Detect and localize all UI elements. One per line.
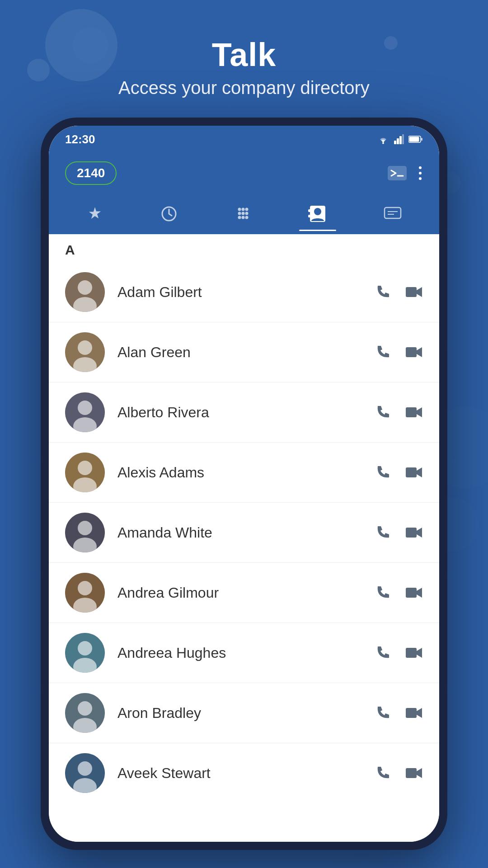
call-icon[interactable]	[375, 464, 391, 481]
video-icon[interactable]	[405, 705, 423, 721]
svg-point-39	[78, 401, 92, 415]
contact-name: Alexis Adams	[117, 464, 375, 481]
video-icon[interactable]	[405, 284, 423, 300]
avatar	[65, 513, 105, 552]
svg-point-17	[238, 212, 241, 215]
terminal-icon[interactable]	[388, 166, 407, 180]
svg-rect-33	[406, 287, 417, 297]
avatar	[65, 392, 105, 432]
tab-messages[interactable]	[374, 200, 411, 227]
svg-point-0	[382, 142, 384, 144]
svg-point-31	[78, 280, 92, 295]
video-icon[interactable]	[405, 464, 423, 481]
contact-row[interactable]: Alan Green	[49, 322, 439, 382]
contact-row[interactable]: Andreea Hughes	[49, 623, 439, 683]
recent-icon	[160, 205, 178, 223]
contact-actions	[375, 524, 423, 541]
status-icons	[377, 134, 423, 144]
messages-icon	[383, 205, 402, 223]
svg-rect-61	[406, 708, 417, 718]
contact-row[interactable]: Amanda White	[49, 503, 439, 563]
svg-point-21	[242, 216, 245, 219]
call-icon[interactable]	[375, 705, 391, 721]
contact-row[interactable]: Aron Bradley	[49, 683, 439, 743]
avatar	[65, 272, 105, 312]
svg-point-43	[78, 461, 92, 475]
svg-point-51	[78, 581, 92, 595]
app-title: Talk	[0, 36, 488, 73]
call-icon[interactable]	[375, 524, 391, 541]
tab-recent[interactable]	[151, 200, 187, 227]
app-bar: 2140	[49, 153, 439, 193]
app-subtitle: Access your company directory	[0, 78, 488, 98]
svg-rect-53	[406, 588, 417, 598]
call-icon[interactable]	[375, 645, 391, 661]
contact-actions	[375, 765, 423, 781]
tab-favorites[interactable]	[77, 200, 113, 227]
call-icon[interactable]	[375, 585, 391, 601]
svg-point-15	[242, 208, 245, 211]
avatar	[65, 693, 105, 733]
video-icon[interactable]	[405, 765, 423, 781]
contact-row[interactable]: Alberto Rivera	[49, 382, 439, 443]
avatar	[65, 573, 105, 613]
contact-row[interactable]: Alexis Adams	[49, 443, 439, 503]
more-options-icon[interactable]	[418, 165, 423, 181]
svg-point-35	[78, 340, 92, 355]
svg-rect-24	[308, 209, 311, 212]
svg-rect-25	[308, 215, 311, 217]
call-icon[interactable]	[375, 404, 391, 420]
video-icon[interactable]	[405, 524, 423, 541]
svg-rect-41	[406, 407, 417, 417]
svg-point-14	[238, 208, 241, 211]
svg-point-11	[419, 172, 422, 175]
battery-icon	[408, 135, 423, 143]
svg-point-63	[78, 761, 92, 776]
svg-point-59	[78, 701, 92, 716]
contact-actions	[375, 344, 423, 360]
contact-row[interactable]: Andrea Gilmour	[49, 563, 439, 623]
svg-point-22	[245, 216, 249, 219]
svg-rect-27	[385, 208, 401, 218]
svg-point-26	[314, 208, 321, 215]
svg-rect-57	[406, 648, 417, 658]
svg-point-10	[419, 166, 422, 169]
video-icon[interactable]	[405, 404, 423, 420]
svg-rect-65	[406, 768, 417, 778]
svg-rect-1	[394, 141, 396, 144]
contact-row[interactable]: Aveek Stewart	[49, 743, 439, 803]
contact-actions	[375, 705, 423, 721]
tab-dialpad[interactable]	[225, 200, 261, 227]
tab-contacts[interactable]	[299, 200, 336, 227]
avatar	[65, 332, 105, 372]
app-bar-actions	[388, 165, 423, 181]
contact-actions	[375, 404, 423, 420]
svg-point-47	[78, 521, 92, 535]
contact-name: Aron Bradley	[117, 705, 375, 722]
svg-point-20	[238, 216, 241, 219]
avatar	[65, 453, 105, 492]
contact-name: Aveek Stewart	[117, 765, 375, 782]
star-icon	[86, 205, 104, 223]
video-icon[interactable]	[405, 645, 423, 661]
svg-point-12	[419, 177, 422, 180]
tab-bar	[49, 193, 439, 234]
contact-row[interactable]: Adam Gilbert	[49, 262, 439, 322]
call-icon[interactable]	[375, 344, 391, 360]
video-icon[interactable]	[405, 585, 423, 601]
section-header-a: A	[49, 234, 439, 262]
contacts-icon	[308, 205, 327, 223]
svg-rect-6	[409, 137, 419, 142]
call-icon[interactable]	[375, 765, 391, 781]
extension-badge: 2140	[65, 161, 117, 185]
svg-rect-45	[406, 467, 417, 477]
wifi-icon	[377, 134, 389, 144]
contact-name: Adam Gilbert	[117, 284, 375, 301]
call-icon[interactable]	[375, 284, 391, 300]
video-icon[interactable]	[405, 344, 423, 360]
contact-actions	[375, 585, 423, 601]
contact-list: A Adam Gilbert	[49, 234, 439, 842]
phone-frame: 12:30	[41, 118, 447, 850]
contact-name: Alan Green	[117, 344, 375, 361]
contact-actions	[375, 284, 423, 300]
